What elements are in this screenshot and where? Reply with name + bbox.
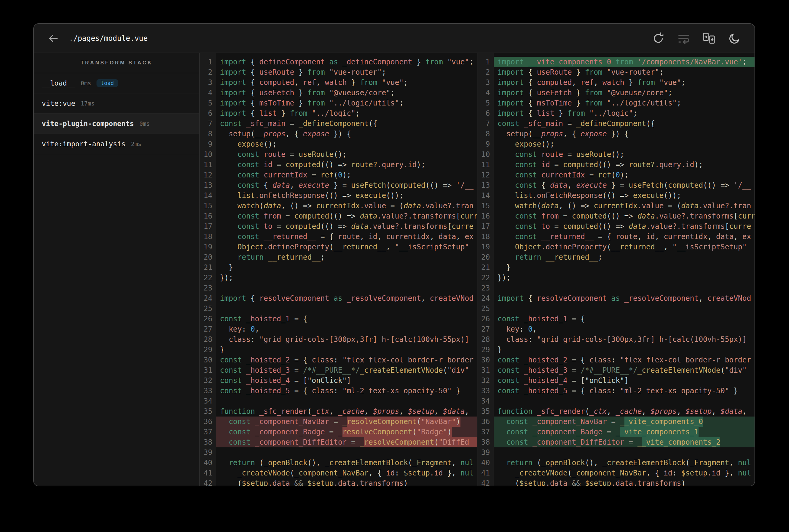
line-number: 6 xyxy=(477,108,494,118)
code-pane-before[interactable]: 1import { defineComponent as _defineComp… xyxy=(200,53,477,486)
side-by-side-diff-button[interactable] xyxy=(701,31,717,46)
code-line-text: watch(data, () => currentIdx.value = (da… xyxy=(216,201,477,211)
transform-item-vite-plugin-components[interactable]: vite-plugin-components0ms xyxy=(34,114,199,134)
code-line-text: const id = computed(() => route?.query.i… xyxy=(494,159,755,170)
code-line-text xyxy=(494,283,755,293)
code-line: 42 ($setup.data && $setup.data.transform… xyxy=(200,478,477,486)
line-number: 11 xyxy=(200,159,216,170)
code-line-text xyxy=(216,283,477,293)
line-number: 22 xyxy=(200,273,216,283)
code-pane-after[interactable]: 1import __vite_components_0 from '/compo… xyxy=(477,53,755,486)
main-area: TRANSFORM STACK __load__0msloadvite:vue1… xyxy=(34,53,754,486)
refresh-icon xyxy=(652,32,665,45)
transform-item-label: __load__ xyxy=(42,79,75,87)
line-number: 36 xyxy=(477,417,494,427)
line-number: 12 xyxy=(477,170,494,180)
line-number: 11 xyxy=(477,159,494,170)
code-line-text: const _hoisted_3 = /*#__PURE__*/_createE… xyxy=(216,365,477,376)
code-line: 40 return (_openBlock(), _createElementB… xyxy=(200,458,477,468)
line-wrap-icon xyxy=(677,32,691,45)
sidebar-items: __load__0msloadvite:vue17msvite-plugin-c… xyxy=(34,73,199,154)
code-line: 7const _sfc_main = _defineComponent({ xyxy=(200,118,477,129)
code-line-text: const route = useRoute(); xyxy=(494,149,755,159)
code-line: 27 key: 0, xyxy=(200,324,477,334)
code-line-text: const { data, execute } = useFetch(compu… xyxy=(216,180,477,190)
code-line: 19 Object.defineProperty(__returned__, "… xyxy=(200,242,477,252)
line-number: 10 xyxy=(200,149,216,159)
line-number: 41 xyxy=(477,468,494,478)
line-wrap-button[interactable] xyxy=(676,31,692,46)
transform-stack-header: TRANSFORM STACK xyxy=(34,53,199,73)
code-line-text: const _hoisted_5 = { class: "ml-2 text-x… xyxy=(494,386,755,396)
code-line: 22}); xyxy=(477,273,755,283)
line-number: 3 xyxy=(200,77,216,88)
code-line: 16 const from = computed(() => data.valu… xyxy=(477,211,755,221)
code-line: 38 const _component_DiffEditor = __vite_… xyxy=(477,437,755,448)
code-line: 18 const __returned__ = { route, id, cur… xyxy=(200,231,477,242)
code-line-text: } xyxy=(494,262,755,273)
line-number: 29 xyxy=(200,345,216,355)
transform-item-label: vite:import-analysis xyxy=(42,140,126,148)
code-line-text: import { useRoute } from "vue-router"; xyxy=(494,67,755,77)
line-number: 8 xyxy=(477,129,494,139)
refresh-button[interactable] xyxy=(650,31,666,46)
line-number: 25 xyxy=(477,303,494,314)
topbar: ./pages/module.vue xyxy=(34,24,754,53)
code-line: 12 const currentIdx = ref(0); xyxy=(477,170,755,180)
line-number: 4 xyxy=(200,88,216,98)
file-title-path: /pages/module.vue xyxy=(73,34,148,43)
line-number: 16 xyxy=(477,211,494,221)
back-button[interactable] xyxy=(46,31,60,46)
code-line: 20 return __returned__; xyxy=(200,252,477,262)
code-line: 30const _hoisted_2 = { class: "flex flex… xyxy=(200,355,477,365)
line-number: 9 xyxy=(200,139,216,149)
code-line-text: setup(__props, { expose }) { xyxy=(494,129,755,139)
code-line-text: return (_openBlock(), _createElementBloc… xyxy=(216,458,477,468)
code-line-text xyxy=(494,396,755,406)
theme-toggle-button[interactable] xyxy=(727,31,742,46)
code-line-text: list.onFetchResponse(() => execute()); xyxy=(494,190,755,201)
code-line-text: import { msToTime } from "../logic/utils… xyxy=(216,98,477,108)
line-number: 5 xyxy=(477,98,494,108)
code-line-text xyxy=(216,303,477,314)
diff-panes: 1import { defineComponent as _defineComp… xyxy=(200,53,754,486)
code-line-text: const from = computed(() => data.value?.… xyxy=(494,211,755,221)
code-line-text: import { useRoute } from "vue-router"; xyxy=(216,67,477,77)
line-number: 27 xyxy=(477,324,494,334)
transform-item--load-[interactable]: __load__0msload xyxy=(34,73,199,93)
line-number: 40 xyxy=(477,458,494,468)
side-by-side-diff-icon xyxy=(702,32,716,45)
code-line: 31const _hoisted_3 = /*#__PURE__*/_creat… xyxy=(477,365,755,376)
line-number: 14 xyxy=(477,190,494,201)
line-number: 35 xyxy=(200,406,216,417)
transform-item-vite-import-analysis[interactable]: vite:import-analysis2ms xyxy=(34,134,199,154)
line-number: 20 xyxy=(200,252,216,262)
code-line: 35function _sfc_render(_ctx, _cache, $pr… xyxy=(200,406,477,417)
code-line-text: import __vite_components_0 from '/compon… xyxy=(494,57,755,67)
line-number: 2 xyxy=(477,67,494,77)
code-line: 21 } xyxy=(200,262,477,273)
code-line-text: const currentIdx = ref(0); xyxy=(494,170,755,180)
code-line: 30const _hoisted_2 = { class: "flex flex… xyxy=(477,355,755,365)
code-line-text: const _hoisted_1 = { xyxy=(494,314,755,324)
line-number: 17 xyxy=(477,221,494,231)
code-line: 42 ($setup.data && $setup.data.transform… xyxy=(477,478,755,486)
transform-item-vite-vue[interactable]: vite:vue17ms xyxy=(34,93,199,114)
code-line: 26const _hoisted_1 = { xyxy=(477,314,755,324)
code-line-text: Object.defineProperty(__returned__, "__i… xyxy=(494,242,755,252)
line-number: 41 xyxy=(200,468,216,478)
code-line: 32const _hoisted_4 = ["onClick"] xyxy=(477,376,755,386)
line-number: 33 xyxy=(200,386,216,396)
code-line: 41 _createVNode(_component_NavBar, { id:… xyxy=(477,468,755,478)
code-line: 11 const id = computed(() => route?.quer… xyxy=(477,159,755,170)
code-line: 14 list.onFetchResponse(() => execute())… xyxy=(200,190,477,201)
code-line: 3import { computed, ref, watch } from "v… xyxy=(477,77,755,88)
code-line-text: return (_openBlock(), _createElementBloc… xyxy=(494,458,755,468)
code-line: 4import { useFetch } from "@vueuse/core"… xyxy=(477,88,755,98)
code-line-text xyxy=(494,303,755,314)
line-number: 8 xyxy=(200,129,216,139)
code-line-text: watch(data, () => currentIdx.value = (da… xyxy=(494,201,755,211)
line-number: 28 xyxy=(477,334,494,345)
back-arrow-icon xyxy=(47,32,59,44)
line-number: 3 xyxy=(477,77,494,88)
